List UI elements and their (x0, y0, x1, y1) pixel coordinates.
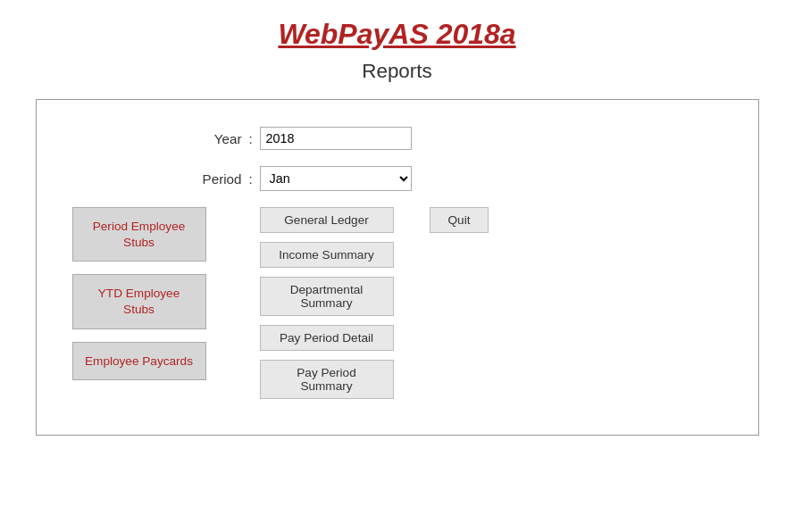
period-select[interactable]: Jan Feb Mar Apr May Jun Jul Aug Sep Oct … (260, 166, 412, 191)
general-ledger-button[interactable]: General Ledger (260, 207, 394, 233)
left-buttons-group: Period Employee Stubs YTD Employee Stubs… (72, 207, 206, 380)
period-label: Period (180, 171, 242, 187)
quit-area: Quit (394, 207, 489, 242)
period-colon: : (242, 171, 260, 187)
ytd-employee-stubs-button[interactable]: YTD Employee Stubs (72, 274, 206, 328)
pay-period-summary-button[interactable]: Pay Period Summary (260, 360, 394, 399)
year-colon: : (242, 131, 260, 146)
year-label: Year (180, 131, 242, 146)
year-input[interactable] (260, 127, 412, 150)
period-employee-stubs-button[interactable]: Period Employee Stubs (72, 207, 206, 262)
pay-period-detail-button[interactable]: Pay Period Detail (260, 325, 394, 351)
income-summary-button[interactable]: Income Summary (260, 242, 394, 268)
app-title: WebPayAS 2018a (278, 18, 515, 51)
page-title: Reports (362, 60, 431, 83)
quit-button[interactable]: Quit (430, 207, 489, 233)
employee-paycards-button[interactable]: Employee Paycards (72, 342, 206, 381)
right-buttons-group: General Ledger Income Summary Department… (260, 207, 394, 399)
period-row: Period : Jan Feb Mar Apr May Jun Jul Aug… (180, 166, 723, 191)
main-container: Year : Period : Jan Feb Mar Apr May Jun … (36, 99, 759, 436)
departmental-summary-button[interactable]: Departmental Summary (260, 277, 394, 316)
year-row: Year : (180, 127, 723, 150)
buttons-area: Period Employee Stubs YTD Employee Stubs… (72, 207, 723, 399)
